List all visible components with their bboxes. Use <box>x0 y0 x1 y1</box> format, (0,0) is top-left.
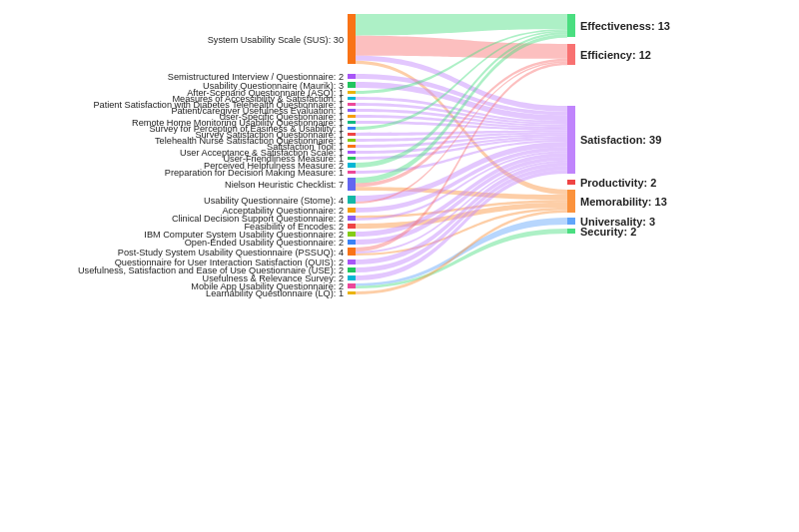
svg-text:Usability Questionnaire (Stome: Usability Questionnaire (Stome): 4 <box>204 196 344 206</box>
svg-rect-68 <box>567 190 575 213</box>
sankey-diagram: System Usability Scale (SUS): 30Semistru… <box>0 0 799 532</box>
svg-text:Nielson Heuristic Checklist: 7: Nielson Heuristic Checklist: 7 <box>225 180 344 190</box>
svg-rect-20 <box>348 133 356 136</box>
svg-rect-22 <box>348 139 356 142</box>
sankey-svg: System Usability Scale (SUS): 30Semistru… <box>0 0 799 532</box>
svg-rect-54 <box>348 275 356 280</box>
svg-rect-40 <box>348 216 356 221</box>
svg-text:Memorability: 13: Memorability: 13 <box>580 196 667 208</box>
svg-rect-14 <box>348 115 356 118</box>
svg-text:Satisfaction: 39: Satisfaction: 39 <box>580 134 661 146</box>
svg-rect-52 <box>348 267 356 272</box>
svg-rect-4 <box>348 82 356 88</box>
svg-rect-66 <box>567 180 575 185</box>
svg-rect-38 <box>348 208 356 213</box>
svg-rect-0 <box>348 14 356 64</box>
svg-text:Preparation for Decision Makin: Preparation for Decision Making Measure:… <box>165 168 344 178</box>
svg-rect-34 <box>348 178 356 191</box>
svg-rect-58 <box>348 291 356 294</box>
svg-rect-48 <box>348 248 356 256</box>
svg-rect-72 <box>567 229 575 234</box>
svg-rect-16 <box>348 121 356 124</box>
svg-text:Effectiveness: 13: Effectiveness: 13 <box>580 20 670 32</box>
svg-rect-42 <box>348 224 356 229</box>
svg-text:Security: 2: Security: 2 <box>580 226 636 238</box>
svg-text:Efficiency: 12: Efficiency: 12 <box>580 49 651 61</box>
svg-rect-2 <box>348 74 356 79</box>
svg-rect-36 <box>348 196 356 204</box>
svg-rect-28 <box>348 157 356 160</box>
svg-rect-30 <box>348 163 356 168</box>
svg-text:Post-Study System Usability Qu: Post-Study System Usability Questionnair… <box>118 248 344 258</box>
svg-rect-12 <box>348 109 356 112</box>
svg-text:Open-Ended Usability Questionn: Open-Ended Usability Questionnaire: 2 <box>185 238 344 248</box>
svg-rect-64 <box>567 106 575 174</box>
svg-rect-50 <box>348 260 356 265</box>
svg-rect-10 <box>348 103 356 106</box>
svg-text:System Usability Scale (SUS): : System Usability Scale (SUS): 30 <box>208 35 344 45</box>
svg-text:Learnability Questionnaire (LQ: Learnability Questionnaire (LQ): 1 <box>206 288 344 298</box>
svg-rect-8 <box>348 97 356 100</box>
svg-rect-32 <box>348 171 356 174</box>
svg-rect-62 <box>567 44 575 65</box>
svg-rect-46 <box>348 240 356 245</box>
svg-rect-18 <box>348 127 356 130</box>
svg-text:Productivity: 2: Productivity: 2 <box>580 177 656 189</box>
svg-rect-60 <box>567 14 575 37</box>
svg-rect-26 <box>348 151 356 154</box>
svg-rect-70 <box>567 218 575 225</box>
svg-rect-56 <box>348 283 356 288</box>
svg-rect-6 <box>348 91 356 94</box>
svg-rect-24 <box>348 145 356 148</box>
svg-rect-44 <box>348 232 356 237</box>
